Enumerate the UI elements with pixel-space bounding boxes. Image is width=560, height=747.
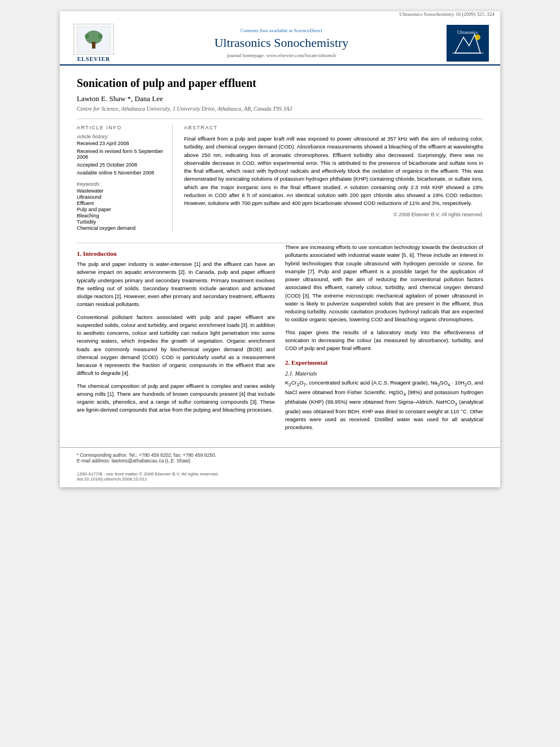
svg-point-3 [85, 34, 89, 38]
section1-right-para1: There are increasing efforts to use soni… [285, 243, 483, 324]
keyword-cod: Chemical oxygen demand [77, 225, 164, 231]
elsevier-label: ELSEVIER [77, 56, 111, 62]
footer-info: 1350-4177/$ - see front matter © 2008 El… [60, 468, 500, 487]
journal-title-block: Contents lists available at ScienceDirec… [116, 28, 447, 58]
section2-para1: K2Cr2O7, concentrated sulfuric acid (A.C… [285, 379, 483, 431]
svg-point-4 [98, 34, 103, 38]
left-column: 1. Introduction The pulp and paper indus… [77, 243, 275, 436]
keyword-effluent: Effluent [77, 200, 164, 206]
section1-para3: The chemical composition of pulp and pap… [77, 382, 275, 414]
copyright: © 2008 Elsevier B.V. All rights reserved… [184, 212, 483, 217]
keyword-wastewater: Wastewater [77, 188, 164, 194]
section1-right-para2: This paper gives the results of a labora… [285, 329, 483, 353]
article-info-abstract: ARTICLE INFO Article history: Received 2… [77, 125, 483, 231]
keyword-pulp: Pulp and paper [77, 207, 164, 212]
footnote-area: * Corresponding author. Tel.: +780 459 8… [60, 447, 500, 468]
section1-para1: The pulp and paper industry is water-int… [77, 260, 275, 309]
article-info-panel: ARTICLE INFO Article history: Received 2… [77, 125, 173, 231]
available: Available online 5 November 2008 [77, 170, 164, 176]
article-body: Sonication of pulp and paper effluent La… [60, 65, 500, 243]
keyword-bleaching: Bleaching [77, 213, 164, 219]
article-page: Ultrasonics Sonochemistry 16 (2009) 321–… [60, 11, 500, 487]
journal-meta: Ultrasonics Sonochemistry 16 (2009) 321–… [60, 11, 500, 17]
abstract-text: Final effluent from a pulp and paper kra… [184, 135, 483, 207]
journal-citation: Ultrasonics Sonochemistry 16 (2009) 321–… [400, 11, 495, 17]
affiliation: Centre for Science, Athabasca University… [77, 106, 483, 112]
journal-title: Ultrasonics Sonochemistry [122, 36, 441, 50]
ultrasonics-logo: Ultrasonics [447, 25, 489, 62]
section2-title: 2. Experimental [285, 359, 483, 366]
footnote-email-text: E-mail address: lawtons@athabascau.ca (L… [77, 458, 191, 464]
section2-sub1: 2.1. Materials [285, 370, 483, 377]
footnote-star: * Corresponding author. Tel.: +780 459 8… [77, 452, 483, 458]
sciencedirect-link: Contents lists available at ScienceDirec… [122, 28, 441, 33]
revised: Received in revised form 5 September 200… [77, 148, 164, 160]
article-info-title: ARTICLE INFO [77, 125, 164, 130]
authors: Lawton E. Shaw *, Dana Lee [77, 94, 483, 103]
divider [77, 119, 483, 119]
section1-title: 1. Introduction [77, 250, 275, 257]
keyword-ultrasound: Ultrasound [77, 194, 164, 200]
journal-header: ELSEVIER Contents lists available at Sci… [60, 19, 500, 65]
footer-line1: 1350-4177/$ - see front matter © 2008 El… [77, 471, 483, 477]
keywords-label: Keywords: [77, 181, 164, 187]
abstract-title: ABSTRACT [184, 125, 483, 130]
accepted: Accepted 25 October 2008 [77, 162, 164, 168]
svg-point-9 [475, 34, 480, 40]
keywords-section: Keywords: Wastewater Ultrasound Effluent… [77, 181, 164, 231]
author-names: Lawton E. Shaw *, Dana Lee [77, 94, 163, 103]
journal-homepage: journal homepage: www.elsevier.com/locat… [122, 53, 441, 58]
received1: Received 23 April 2008 [77, 141, 164, 146]
history-label: Article history: [77, 134, 164, 139]
footnote-star-text: * Corresponding author. Tel.: +780 459 8… [77, 452, 216, 458]
sciencedirect-text: Contents lists available at ScienceDirec… [240, 28, 322, 33]
elsevier-logo: ELSEVIER [71, 24, 116, 62]
svg-rect-2 [92, 42, 95, 49]
elsevier-logo-image [73, 24, 114, 55]
footer-line2: doi:10.1016/j.ultsonch.2008.10.011 [77, 477, 483, 482]
footnote-email: E-mail address: lawtons@athabascau.ca (L… [77, 458, 483, 464]
right-column: There are increasing efforts to use soni… [285, 243, 483, 436]
abstract-section: ABSTRACT Final effluent from a pulp and … [184, 125, 483, 231]
section1-para2: Conventional pollutant factors associate… [77, 313, 275, 378]
article-title: Sonication of pulp and paper effluent [77, 77, 483, 90]
keyword-turbidity: Turbidity [77, 219, 164, 225]
main-content: 1. Introduction The pulp and paper indus… [60, 243, 500, 447]
